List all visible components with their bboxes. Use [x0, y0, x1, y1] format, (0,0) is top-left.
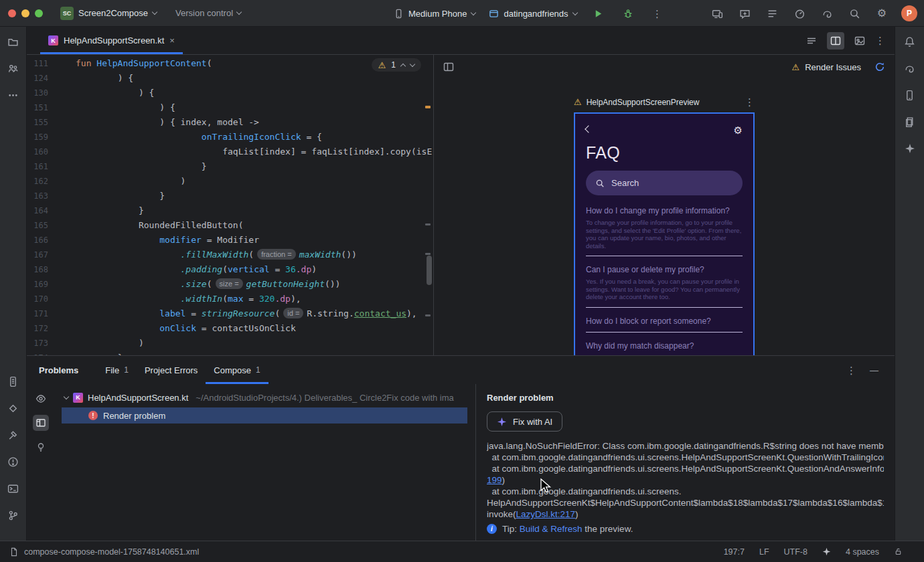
caret-position[interactable]: 197:7 — [724, 547, 745, 557]
vcs-widget[interactable]: Version control — [175, 8, 241, 18]
code-view-icon[interactable] — [803, 32, 820, 50]
code-line[interactable]: 172 onClick = contactUsOnClick — [27, 321, 433, 336]
trace-link[interactable]: LazyDsl.kt:217 — [516, 509, 576, 519]
problems-icon[interactable] — [5, 454, 21, 470]
editor-tab[interactable]: K HelpAndSupportScreen.kt × — [40, 27, 183, 54]
code-line[interactable]: 161 } — [27, 159, 433, 174]
minimize-window-button[interactable] — [21, 9, 29, 17]
logcat-icon[interactable] — [5, 373, 21, 389]
code-line[interactable]: 163 } — [27, 189, 433, 203]
code-line[interactable]: 124 ) { — [27, 71, 433, 86]
phone-preview-frame[interactable]: ⚙ FAQ Search How do I change my profile … — [574, 112, 755, 355]
editor-options-kebab-icon[interactable]: ⋮ — [875, 35, 885, 45]
build-icon[interactable] — [5, 427, 21, 443]
code-line[interactable]: 151 ) { — [27, 100, 433, 115]
notifications-bell-icon[interactable] — [902, 33, 918, 50]
code-line[interactable]: 173 ) — [27, 336, 433, 351]
code-line[interactable]: 166 modifier = Modifier — [27, 233, 433, 248]
problems-file-path: ~/AndroidStudioProjects/4.) Deliverables… — [196, 393, 475, 403]
refresh-preview-icon[interactable] — [874, 62, 885, 72]
indent-setting[interactable]: 4 spaces — [846, 547, 879, 557]
tab-compose[interactable]: Compose1 — [206, 356, 268, 384]
warning-stripe-mark[interactable] — [425, 106, 431, 108]
close-tab-icon[interactable]: × — [169, 35, 175, 45]
preview-kebab-icon[interactable]: ⋮ — [745, 97, 755, 107]
code-line[interactable]: 160 faqList[index] = faqList[index].copy… — [27, 145, 433, 159]
problem-row-selected[interactable]: ! Render problem — [62, 407, 467, 424]
chevron-down-icon[interactable] — [410, 61, 415, 66]
panel-options-kebab-icon[interactable]: ⋮ — [846, 365, 856, 375]
stripe-mark[interactable] — [425, 253, 431, 255]
split-view-icon[interactable] — [827, 32, 844, 50]
project-name: Screen2Compose — [78, 8, 148, 18]
trace-link[interactable]: 199 — [487, 475, 502, 485]
ai-assistant-icon[interactable] — [737, 5, 753, 21]
design-view-icon[interactable] — [851, 32, 868, 50]
code-editor[interactable]: 111fun HelpAndSupportContent(124 ) {130 … — [27, 55, 434, 355]
inspection-widget[interactable]: ⚠ 1 — [372, 58, 421, 72]
code-line[interactable]: 130 ) { — [27, 86, 433, 100]
code-line[interactable]: 165 RoundedFilledButton( — [27, 218, 433, 233]
problems-file-node[interactable]: K HelpAndSupportScreen.kt ~/AndroidStudi… — [55, 389, 475, 405]
app-quality-insights-icon[interactable] — [5, 400, 21, 416]
stripe-mark[interactable] — [425, 314, 431, 316]
run-config-selector[interactable]: datingandfriends — [489, 9, 576, 19]
debug-button[interactable] — [620, 5, 636, 21]
tip-row: i Tip: Build & Refresh the preview. — [487, 524, 884, 534]
status-file-name[interactable]: compose-compose-model-1758748140651.xml — [24, 547, 199, 557]
render-issues-label[interactable]: Render Issues — [805, 62, 861, 72]
close-window-button[interactable] — [8, 9, 16, 17]
editor-scrollbar[interactable] — [427, 256, 432, 285]
build-refresh-link[interactable]: Build & Refresh — [520, 524, 583, 534]
user-avatar[interactable]: P — [901, 5, 917, 21]
code-line[interactable]: 169 .size(size =getButtonHeight()) — [27, 277, 433, 292]
chevron-up-icon[interactable] — [400, 63, 406, 68]
code-line[interactable]: 164 } — [27, 203, 433, 218]
search-icon[interactable] — [846, 5, 862, 21]
details-view-icon[interactable] — [33, 415, 49, 431]
file-encoding[interactable]: UTF-8 — [784, 547, 807, 557]
code-line[interactable]: 174 } — [27, 351, 433, 355]
code-line[interactable]: 170 .widthIn(max = 320.dp), — [27, 292, 433, 306]
git-branch-icon[interactable] — [5, 507, 21, 523]
problems-title[interactable]: Problems — [39, 365, 78, 375]
project-folder-icon[interactable] — [5, 33, 21, 50]
code-line[interactable]: 159 onTrailingIconClick = { — [27, 130, 433, 145]
code-line[interactable]: 167 .fillMaxWidth(fraction =maxWidth()) — [27, 248, 433, 262]
fix-with-ai-button[interactable]: Fix with AI — [487, 411, 562, 432]
device-explorer-icon[interactable] — [902, 114, 918, 130]
gradle-icon[interactable] — [819, 5, 835, 21]
status-bar: compose-compose-model-1758748140651.xml … — [0, 541, 924, 562]
gradle-icon[interactable] — [902, 60, 918, 76]
tab-project-errors[interactable]: Project Errors — [137, 356, 206, 384]
zoom-window-button[interactable] — [35, 9, 43, 17]
more-actions-kebab-icon[interactable]: ⋮ — [649, 5, 666, 21]
mirror-device-icon[interactable] — [709, 5, 725, 21]
structure-icon[interactable] — [764, 5, 780, 21]
terminal-icon[interactable] — [5, 480, 21, 496]
project-selector[interactable]: SC Screen2Compose — [60, 7, 157, 20]
tab-file[interactable]: File1 — [97, 356, 137, 384]
ai-status-spark-icon[interactable] — [822, 547, 831, 556]
line-separator[interactable]: LF — [759, 547, 769, 557]
code-line[interactable]: 171 label = stringResource(id =R.string.… — [27, 306, 433, 321]
hide-panel-icon[interactable]: — — [870, 365, 878, 375]
preview-name[interactable]: HelpAndSupportScreenPreview — [587, 98, 700, 107]
run-button[interactable] — [591, 5, 607, 21]
code-line[interactable]: 155 ) { index, model -> — [27, 115, 433, 130]
collaboration-icon[interactable] — [5, 60, 21, 76]
profiler-icon[interactable] — [791, 5, 807, 21]
preview-layout-icon[interactable] — [443, 62, 454, 72]
preview-eye-icon[interactable] — [33, 391, 49, 407]
quick-fix-bulb-icon[interactable] — [33, 439, 49, 455]
code-line[interactable]: 168 .padding(vertical = 36.dp) — [27, 262, 433, 277]
stripe-mark[interactable] — [425, 223, 431, 225]
settings-gear-icon[interactable]: ⚙ — [874, 5, 890, 21]
readonly-lock-icon[interactable] — [894, 547, 903, 556]
device-selector[interactable]: Medium Phone — [394, 9, 475, 19]
gemini-spark-icon[interactable] — [902, 140, 918, 157]
more-tool-windows-icon[interactable] — [5, 87, 21, 103]
chevron-down-icon[interactable] — [64, 393, 69, 399]
code-line[interactable]: 162 ) — [27, 174, 433, 189]
device-manager-icon[interactable] — [902, 87, 918, 103]
